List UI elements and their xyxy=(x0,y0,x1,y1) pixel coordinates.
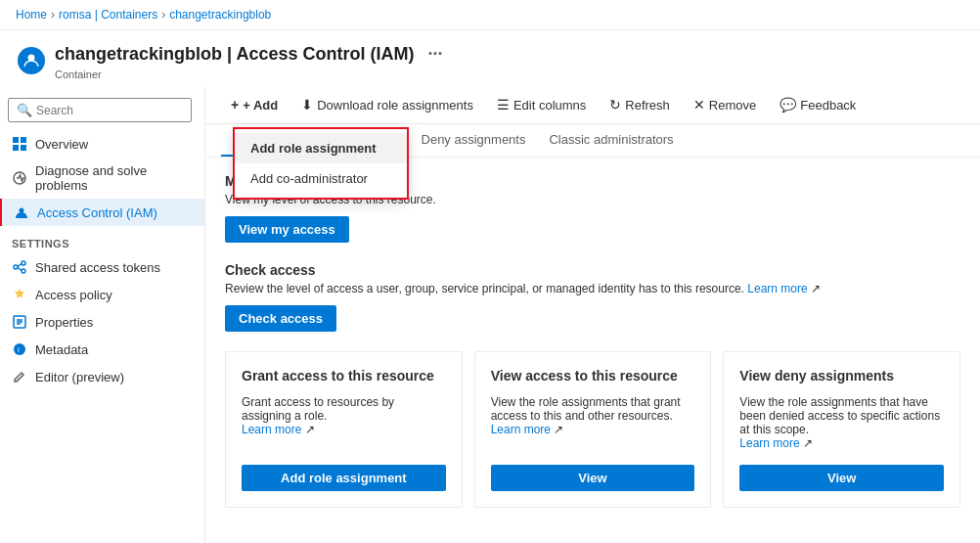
more-options-button[interactable]: ··· xyxy=(422,40,448,68)
sidebar-item-overview[interactable]: Overview xyxy=(0,130,204,158)
refresh-icon: ↻ xyxy=(609,97,621,113)
svg-text:i: i xyxy=(18,345,20,354)
sidebar-item-iam[interactable]: Access Control (IAM) xyxy=(0,199,204,226)
breadcrumb: Home › romsa | Containers › changetracki… xyxy=(0,0,980,30)
search-input[interactable] xyxy=(36,104,183,117)
breadcrumb-container[interactable]: romsa | Containers xyxy=(59,8,157,22)
svg-rect-1 xyxy=(13,137,19,143)
svg-point-8 xyxy=(22,261,25,265)
card-1-title: Grant access to this resource xyxy=(242,368,446,384)
view-access-card: View access to this resource View the ro… xyxy=(474,351,712,508)
iam-header-icon xyxy=(16,45,47,76)
card-1-desc: Grant access to resources by assigning a… xyxy=(242,395,446,436)
dropdown-add-co-admin[interactable]: Add co-administrator xyxy=(235,163,407,194)
card-2-title: View access to this resource xyxy=(491,368,695,384)
page-title: changetrackingblob | Access Control (IAM… xyxy=(55,40,448,68)
view-access-button[interactable]: View xyxy=(491,465,695,491)
card-3-desc: View the role assignments that have been… xyxy=(739,395,944,450)
sidebar: 🔍 « Overview Diagnose and solve problems xyxy=(0,86,205,543)
overview-icon xyxy=(12,136,27,152)
sidebar-item-shared-access[interactable]: Shared access tokens xyxy=(0,253,204,281)
card-2-desc: View the role assignments that grant acc… xyxy=(491,395,695,436)
page-content: My access View my level of access to thi… xyxy=(205,158,980,523)
remove-button[interactable]: ✕ Remove xyxy=(684,92,766,117)
svg-rect-4 xyxy=(21,145,26,151)
card-3-learn-more-link[interactable]: Learn more xyxy=(739,436,799,450)
access-policy-icon xyxy=(12,287,27,302)
check-access-section: Check access Review the level of access … xyxy=(225,262,960,332)
content-area: + + Add Add role assignment Add co-admin… xyxy=(205,86,980,543)
card-3-title: View deny assignments xyxy=(739,368,944,384)
add-role-assignment-card-button[interactable]: Add role assignment xyxy=(242,465,446,491)
page-subtitle: Container xyxy=(55,68,448,80)
edit-columns-icon: ☰ xyxy=(497,97,510,113)
refresh-button[interactable]: ↻ Refresh xyxy=(600,92,680,117)
add-button[interactable]: + + Add xyxy=(221,92,288,117)
card-1-learn-more-link[interactable]: Learn more xyxy=(242,423,301,436)
breadcrumb-resource[interactable]: changetrackingblob xyxy=(169,8,271,22)
sidebar-item-label: Diagnose and solve problems xyxy=(35,163,193,193)
check-access-title: Check access xyxy=(225,262,960,278)
metadata-icon: i xyxy=(12,341,27,357)
tab-classic-admin[interactable]: Classic administrators xyxy=(537,124,685,157)
sidebar-item-label: Shared access tokens xyxy=(35,260,160,275)
diagnose-icon xyxy=(12,170,27,186)
sidebar-item-editor[interactable]: Editor (preview) xyxy=(0,363,204,390)
cards-row: Grant access to this resource Grant acce… xyxy=(225,351,960,508)
add-dropdown-menu: Add role assignment Add co-administrator xyxy=(233,127,409,200)
svg-rect-3 xyxy=(13,145,19,151)
search-icon: 🔍 xyxy=(17,103,32,117)
card-3-external-icon: ↗ xyxy=(803,436,813,450)
sidebar-item-label: Properties xyxy=(35,315,93,330)
sidebar-item-label: Metadata xyxy=(35,342,88,357)
sidebar-item-label: Access policy xyxy=(35,288,112,302)
sidebar-item-label: Access Control (IAM) xyxy=(37,205,157,220)
svg-point-9 xyxy=(22,269,25,273)
download-role-assignments-button[interactable]: ⬇ Download role assignments xyxy=(291,92,483,117)
shared-access-icon xyxy=(12,259,27,275)
add-icon: + xyxy=(231,97,239,113)
view-deny-assignments-button[interactable]: View xyxy=(739,465,944,491)
add-dropdown-wrapper: + + Add Add role assignment Add co-admin… xyxy=(221,92,288,117)
download-icon: ⬇ xyxy=(301,97,313,113)
edit-columns-button[interactable]: ☰ Edit columns xyxy=(487,92,596,117)
svg-rect-2 xyxy=(21,137,26,143)
search-box[interactable]: 🔍 xyxy=(8,98,192,122)
card-2-learn-more-link[interactable]: Learn more xyxy=(491,423,551,436)
page-header: changetrackingblob | Access Control (IAM… xyxy=(0,30,980,86)
sidebar-item-metadata[interactable]: i Metadata xyxy=(0,336,204,363)
feedback-icon: 💬 xyxy=(780,97,796,113)
sidebar-item-diagnose[interactable]: Diagnose and solve problems xyxy=(0,158,204,199)
iam-icon xyxy=(14,204,29,220)
view-deny-assignments-card: View deny assignments View the role assi… xyxy=(723,351,960,508)
card-2-external-icon: ↗ xyxy=(554,423,563,436)
check-access-button[interactable]: Check access xyxy=(225,305,336,332)
check-access-learn-more-link[interactable]: Learn more xyxy=(747,282,807,295)
svg-point-6 xyxy=(20,208,24,213)
view-my-access-button[interactable]: View my access xyxy=(225,216,349,243)
remove-icon: ✕ xyxy=(693,97,705,113)
breadcrumb-home[interactable]: Home xyxy=(16,8,47,22)
grant-access-card: Grant access to this resource Grant acce… xyxy=(225,351,463,508)
svg-point-7 xyxy=(14,265,18,269)
svg-point-11 xyxy=(14,343,25,355)
tab-deny-assignments[interactable]: Deny assignments xyxy=(410,124,538,157)
sidebar-item-access-policy[interactable]: Access policy xyxy=(0,281,204,308)
check-access-desc: Review the level of access a user, group… xyxy=(225,282,960,295)
sidebar-item-properties[interactable]: Properties xyxy=(0,308,204,336)
toolbar: + + Add Add role assignment Add co-admin… xyxy=(205,86,980,124)
card-1-external-icon: ↗ xyxy=(305,423,315,436)
sidebar-item-label: Editor (preview) xyxy=(35,370,124,385)
properties-icon xyxy=(12,314,27,330)
external-link-icon: ↗ xyxy=(811,282,821,295)
sidebar-item-label: Overview xyxy=(35,137,88,152)
dropdown-add-role-assignment[interactable]: Add role assignment xyxy=(235,133,407,163)
feedback-button[interactable]: 💬 Feedback xyxy=(770,92,866,117)
settings-section-label: Settings xyxy=(0,226,204,253)
editor-icon xyxy=(12,369,27,385)
